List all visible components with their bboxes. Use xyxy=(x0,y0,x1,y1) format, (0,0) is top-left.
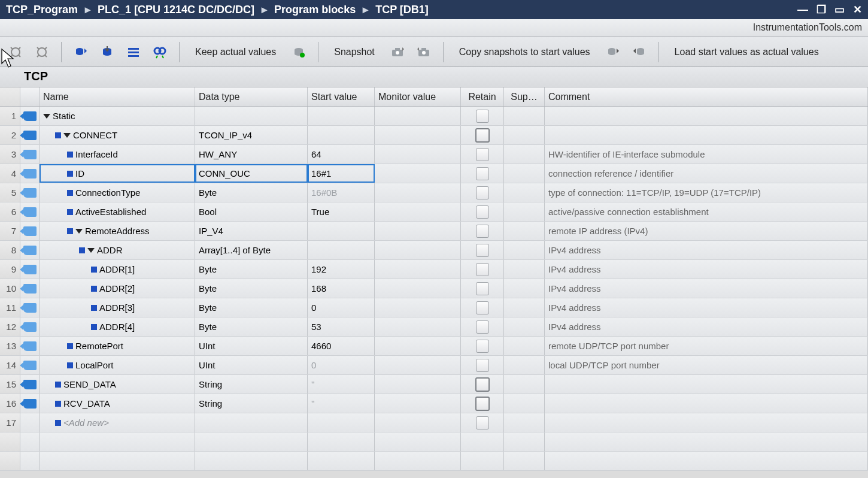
close-button[interactable]: ✕ xyxy=(853,3,862,16)
retain-cell[interactable] xyxy=(461,394,504,413)
var-name-cell[interactable]: ConnectionType xyxy=(40,183,195,202)
load-start-values-button[interactable]: Load start values as actual values xyxy=(667,41,826,63)
retain-cell[interactable] xyxy=(461,298,504,317)
copy-snapshots-icon-1[interactable] xyxy=(602,41,624,63)
var-name-cell[interactable]: ActiveEstablished xyxy=(40,202,195,221)
table-row[interactable]: 17<Add new> xyxy=(0,413,868,432)
setpoint-cell[interactable] xyxy=(504,337,545,355)
retain-checkbox[interactable] xyxy=(476,186,489,199)
var-name-cell[interactable]: ADDR xyxy=(40,241,195,259)
retain-checkbox[interactable] xyxy=(476,205,489,219)
col-comment[interactable]: Comment xyxy=(545,87,868,106)
setpoint-cell[interactable] xyxy=(504,394,545,413)
retain-cell[interactable] xyxy=(461,260,504,279)
comment-cell[interactable]: remote UDP/TCP port number xyxy=(545,337,868,355)
comment-cell[interactable] xyxy=(545,413,868,432)
setpoint-cell[interactable] xyxy=(504,164,545,183)
monitorvalue-cell[interactable] xyxy=(375,394,461,413)
table-row[interactable]: 16RCV_DATAString'' xyxy=(0,394,868,413)
table-row[interactable]: 6ActiveEstablishedBoolTrueactive/passive… xyxy=(0,202,868,222)
col-retain[interactable]: Retain xyxy=(461,87,504,106)
comment-cell[interactable]: IPv4 address xyxy=(545,279,868,298)
monitorvalue-cell[interactable] xyxy=(375,222,461,240)
retain-cell[interactable] xyxy=(461,337,504,355)
retain-checkbox[interactable] xyxy=(476,416,489,429)
retain-cell[interactable] xyxy=(461,241,504,259)
comment-cell[interactable]: local UDP/TCP port number xyxy=(545,356,868,374)
retain-checkbox[interactable] xyxy=(475,377,490,392)
toolbar-icon-2[interactable] xyxy=(31,41,53,63)
startvalue-cell[interactable]: 16#0B xyxy=(308,183,375,202)
comment-cell[interactable]: type of connection: 11=TCP/IP, 19=UDP (1… xyxy=(545,183,868,202)
monitorvalue-cell[interactable] xyxy=(375,375,461,394)
setpoint-cell[interactable] xyxy=(504,298,545,317)
retain-checkbox[interactable] xyxy=(476,110,489,123)
datatype-cell[interactable]: Byte xyxy=(195,279,308,298)
retain-cell[interactable] xyxy=(461,126,504,144)
retain-checkbox[interactable] xyxy=(476,244,489,257)
snapshot-take-icon[interactable] xyxy=(387,41,408,63)
setpoint-cell[interactable] xyxy=(504,356,545,374)
monitorvalue-cell[interactable] xyxy=(375,241,461,259)
download-icon[interactable] xyxy=(96,41,118,63)
retain-checkbox[interactable] xyxy=(476,225,489,238)
startvalue-cell[interactable]: 64 xyxy=(308,145,375,164)
copy-snapshots-button[interactable]: Copy snapshots to start values xyxy=(452,41,597,63)
datatype-cell[interactable]: String xyxy=(195,394,308,413)
retain-checkbox[interactable] xyxy=(476,167,489,180)
comment-cell[interactable]: HW-identifier of IE-interface submodule xyxy=(545,145,868,164)
var-name-cell[interactable]: RemotePort xyxy=(40,337,195,355)
datatype-cell[interactable] xyxy=(195,413,308,432)
expand-icon[interactable] xyxy=(75,229,83,234)
expand-icon[interactable] xyxy=(87,248,95,253)
table-row[interactable]: 8ADDRArray[1..4] of ByteIPv4 address xyxy=(0,241,868,260)
monitorvalue-cell[interactable] xyxy=(375,260,461,279)
monitorvalue-cell[interactable] xyxy=(375,298,461,317)
col-monitorvalue[interactable]: Monitor value xyxy=(375,87,461,106)
table-row[interactable]: 10ADDR[2]Byte168IPv4 address xyxy=(0,279,868,298)
retain-checkbox[interactable] xyxy=(476,148,489,161)
datatype-cell[interactable]: TCON_IP_v4 xyxy=(195,126,308,144)
monitorvalue-cell[interactable] xyxy=(375,107,461,125)
breadcrumb-item[interactable]: TCP [DB1] xyxy=(375,4,429,16)
retain-checkbox[interactable] xyxy=(475,128,490,143)
setpoint-cell[interactable] xyxy=(504,317,545,336)
datatype-cell[interactable] xyxy=(195,107,308,125)
datatype-cell[interactable]: UInt xyxy=(195,356,308,374)
monitorvalue-cell[interactable] xyxy=(375,356,461,374)
retain-checkbox[interactable] xyxy=(476,282,489,295)
retain-cell[interactable] xyxy=(461,183,504,202)
comment-cell[interactable]: IPv4 address xyxy=(545,241,868,259)
retain-checkbox[interactable] xyxy=(476,301,489,314)
setpoint-cell[interactable] xyxy=(504,279,545,298)
monitor-icon[interactable] xyxy=(149,41,171,63)
toolbar-icon-1[interactable] xyxy=(5,41,26,63)
comment-cell[interactable] xyxy=(545,126,868,144)
monitorvalue-cell[interactable] xyxy=(375,337,461,355)
table-row[interactable]: 15SEND_DATAString'' xyxy=(0,375,868,394)
retain-checkbox[interactable] xyxy=(476,359,489,372)
comment-cell[interactable]: connection reference / identifier xyxy=(545,164,868,183)
var-name-cell[interactable]: InterfaceId xyxy=(40,145,195,164)
var-name-cell[interactable]: ID xyxy=(40,164,195,183)
table-row[interactable]: 14LocalPortUInt0local UDP/TCP port numbe… xyxy=(0,356,868,375)
setpoint-cell[interactable] xyxy=(504,222,545,240)
startvalue-cell[interactable] xyxy=(308,126,375,144)
breadcrumb-item[interactable]: Program blocks xyxy=(274,4,356,16)
table-row[interactable]: 12ADDR[4]Byte53IPv4 address xyxy=(0,317,868,337)
table-row[interactable]: 5ConnectionTypeByte16#0Btype of connecti… xyxy=(0,183,868,202)
var-name-cell[interactable]: LocalPort xyxy=(40,356,195,374)
datatype-cell[interactable]: HW_ANY xyxy=(195,145,308,164)
monitorvalue-cell[interactable] xyxy=(375,279,461,298)
load-icon[interactable] xyxy=(70,41,92,63)
comment-cell[interactable] xyxy=(545,107,868,125)
retain-cell[interactable] xyxy=(461,375,504,394)
var-name-cell[interactable]: RemoteAddress xyxy=(40,222,195,240)
setpoint-cell[interactable] xyxy=(504,413,545,432)
comment-cell[interactable]: IPv4 address xyxy=(545,260,868,279)
retain-cell[interactable] xyxy=(461,107,504,125)
retain-cell[interactable] xyxy=(461,279,504,298)
startvalue-cell[interactable]: True xyxy=(308,202,375,221)
monitorvalue-cell[interactable] xyxy=(375,202,461,221)
startvalue-cell[interactable]: 0 xyxy=(308,298,375,317)
